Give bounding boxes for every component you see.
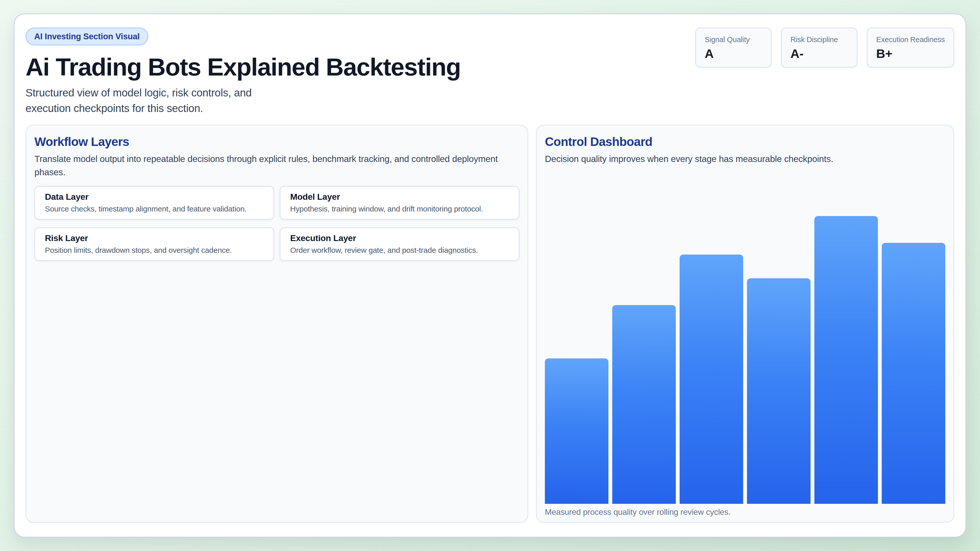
workflow-layers-panel: Workflow Layers Translate model output i…	[25, 125, 528, 523]
page-title: Ai Trading Bots Explained Backtesting	[25, 52, 461, 81]
layer-title: Data Layer	[45, 192, 264, 202]
layer-title: Execution Layer	[290, 233, 509, 243]
chart-bar	[882, 243, 945, 504]
main-card: AI Investing Section Visual Ai Trading B…	[14, 14, 966, 537]
stat-value: B+	[876, 46, 945, 61]
stat-card-signal-quality: Signal Quality A	[695, 27, 772, 68]
layer-card-model: Model Layer Hypothesis, training window,…	[280, 186, 519, 220]
workflow-panel-title: Workflow Layers	[35, 135, 519, 149]
section-badge: AI Investing Section Visual	[25, 27, 148, 45]
stat-value: A-	[791, 46, 848, 61]
page-subtitle: Structured view of model logic, risk con…	[25, 85, 299, 116]
stat-card-execution-readiness: Execution Readiness B+	[867, 27, 954, 68]
stat-label: Signal Quality	[705, 35, 762, 44]
chart-bar	[612, 305, 676, 504]
dashboard-panel-description: Decision quality improves when every sta…	[545, 152, 945, 165]
stat-value: A	[705, 46, 762, 61]
control-dashboard-panel: Control Dashboard Decision quality impro…	[536, 125, 954, 523]
layer-card-data: Data Layer Source checks, timestamp alig…	[35, 186, 274, 220]
header-left: AI Investing Section Visual Ai Trading B…	[25, 27, 461, 116]
content-panels: Workflow Layers Translate model output i…	[25, 125, 954, 523]
layer-title: Risk Layer	[45, 233, 264, 243]
chart-bar	[747, 278, 811, 504]
chart-bar	[815, 216, 878, 504]
stat-label: Execution Readiness	[876, 35, 945, 44]
layer-title: Model Layer	[290, 192, 509, 202]
layer-description: Source checks, timestamp alignment, and …	[45, 205, 264, 213]
layer-description: Order workflow, review gate, and post-tr…	[290, 246, 509, 254]
bar-chart	[545, 207, 945, 504]
chart-caption: Measured process quality over rolling re…	[545, 507, 945, 517]
layer-card-risk: Risk Layer Position limits, drawdown sto…	[35, 227, 274, 261]
stat-card-risk-discipline: Risk Discipline A-	[781, 27, 858, 68]
workflow-panel-description: Translate model output into repeatable d…	[35, 152, 519, 179]
layer-description: Position limits, drawdown stops, and ove…	[45, 246, 264, 254]
header: AI Investing Section Visual Ai Trading B…	[25, 27, 954, 116]
layer-grid: Data Layer Source checks, timestamp alig…	[35, 186, 519, 261]
layer-card-execution: Execution Layer Order workflow, review g…	[280, 227, 519, 261]
stat-label: Risk Discipline	[791, 35, 848, 44]
stats-row: Signal Quality A Risk Discipline A- Exec…	[695, 27, 954, 68]
layer-description: Hypothesis, training window, and drift m…	[290, 205, 509, 213]
dashboard-panel-title: Control Dashboard	[545, 135, 945, 149]
chart-bar	[545, 359, 608, 504]
chart-bar	[679, 254, 743, 504]
